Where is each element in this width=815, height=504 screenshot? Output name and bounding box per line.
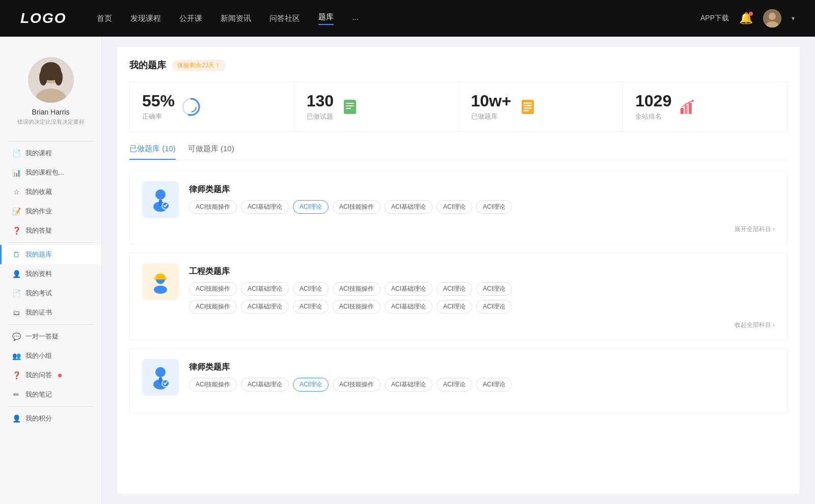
sidebar-item-my-exam[interactable]: 📄 我的考试 — [0, 284, 101, 303]
qbank-engineer-tag-3[interactable]: ACI技能操作 — [333, 282, 381, 296]
qbank-lawyer-2-tag-2[interactable]: ACI理论 — [293, 378, 329, 391]
svg-rect-14 — [346, 105, 354, 106]
qbank-lawyer-1-tag-5[interactable]: ACI理论 — [437, 200, 472, 214]
svg-point-24 — [692, 100, 694, 102]
tab-available-banks[interactable]: 可做题库 (10) — [188, 144, 234, 160]
nav-open-course[interactable]: 公开课 — [179, 14, 202, 23]
qbank-lawyer-1-tag-3[interactable]: ACI技能操作 — [333, 200, 381, 214]
nav-question-bank[interactable]: 题库 — [318, 12, 334, 25]
svg-rect-12 — [344, 100, 356, 114]
qbank-lawyer-1-title: 律师类题库 — [189, 181, 775, 195]
qbank-lawyer-1-tag-1[interactable]: ACI基础理论 — [241, 200, 289, 214]
qbank-lawyer-1-tag-6[interactable]: ACI理论 — [476, 200, 512, 214]
qbank-engineer-tag-8[interactable]: ACI基础理论 — [241, 300, 289, 314]
qbank-lawyer-1-tag-4[interactable]: ACI基础理论 — [385, 200, 432, 214]
qbank-engineer-tag-4[interactable]: ACI基础理论 — [385, 282, 432, 296]
profile-avatar[interactable] — [28, 57, 74, 103]
sidebar-item-my-points[interactable]: 👤 我的积分 — [0, 409, 101, 428]
sidebar-profile: Brian Harris 错误的决定比没有决定要好 — [0, 47, 101, 139]
qbank-lawyer-2-tag-5[interactable]: ACI理论 — [437, 378, 472, 391]
qbank-engineer-tag-12[interactable]: ACI理论 — [437, 300, 472, 314]
stat-banks-done-icon — [519, 98, 537, 116]
nav-menu: 首页 发现课程 公开课 新闻资讯 问答社区 题库 ··· — [97, 12, 700, 25]
nav-qa[interactable]: 问答社区 — [269, 14, 300, 23]
main-inner: 我的题库 体验剩余23天！ 55% 正确率 — [117, 47, 800, 494]
qbank-engineer-tag-11[interactable]: ACI基础理论 — [385, 300, 432, 314]
sidebar-item-my-notes[interactable]: ✏ 我的笔记 — [0, 385, 101, 404]
svg-rect-21 — [681, 108, 684, 114]
qbank-lawyer-2-tag-1[interactable]: ACI基础理论 — [241, 378, 289, 391]
my-group-icon: 👥 — [12, 352, 20, 360]
qbank-lawyer-2-icon-wrap — [142, 359, 179, 396]
qbank-lawyer-2-tag-6[interactable]: ACI理论 — [476, 378, 512, 391]
page-header: 我的题库 体验剩余23天！ — [129, 59, 787, 71]
user-dropdown-arrow[interactable]: ▾ — [792, 15, 795, 22]
sidebar-item-my-courses[interactable]: 📄 我的课程 — [0, 144, 101, 163]
homework-icon: 📝 — [12, 207, 20, 215]
tab-done-banks[interactable]: 已做题库 (10) — [129, 144, 176, 160]
svg-point-30 — [154, 286, 167, 294]
my-notes-icon: ✏ — [12, 390, 20, 399]
sidebar-item-my-data[interactable]: 👤 我的资料 — [0, 264, 101, 284]
svg-point-25 — [155, 189, 166, 200]
my-data-icon: 👤 — [12, 270, 20, 278]
svg-rect-23 — [689, 103, 692, 114]
qbank-engineer-tag-10[interactable]: ACI技能操作 — [333, 300, 381, 314]
main-content: 我的题库 体验剩余23天！ 55% 正确率 — [102, 37, 815, 504]
app-download-link[interactable]: APP下载 — [700, 14, 729, 23]
qbank-lawyer-2-title: 律师类题库 — [189, 359, 775, 373]
qbank-card-engineer: 工程类题库 ACI技能操作 ACI基础理论 ACI理论 ACI技能操作 ACI基… — [129, 253, 787, 340]
nav-home[interactable]: 首页 — [97, 14, 112, 23]
qbank-lawyer-1-expand-btn[interactable]: 展开全部科目 › — [735, 225, 775, 234]
sidebar-item-favorites[interactable]: ☆ 我的收藏 — [0, 182, 101, 202]
svg-rect-22 — [685, 105, 688, 114]
sidebar-item-one-on-one[interactable]: 💬 一对一答疑 — [0, 327, 101, 346]
qbank-engineer-title: 工程类题库 — [189, 263, 775, 277]
sidebar-item-question-bank[interactable]: 🗒 我的题库 — [0, 245, 101, 264]
qbank-engineer-tag-5[interactable]: ACI理论 — [437, 282, 472, 296]
qbank-engineer-tag-0[interactable]: ACI技能操作 — [189, 282, 237, 296]
stat-questions-done-info: 130 已做试题 — [307, 92, 334, 121]
qbank-engineer-tag-2[interactable]: ACI理论 — [293, 282, 329, 296]
my-question-icon: ❓ — [12, 371, 20, 379]
stat-banks-done-value: 10w+ — [471, 92, 511, 110]
stat-accuracy-value: 55% — [142, 92, 175, 110]
qbank-engineer-collapse-btn[interactable]: 收起全部科目 › — [735, 321, 775, 329]
svg-rect-20 — [524, 110, 529, 111]
qbank-lawyer-2-tag-0[interactable]: ACI技能操作 — [189, 378, 237, 391]
nav-discover[interactable]: 发现课程 — [130, 14, 161, 23]
sidebar-divider-2 — [8, 324, 93, 325]
sidebar-item-my-qa[interactable]: ❓ 我的答疑 — [0, 221, 101, 240]
svg-rect-15 — [346, 108, 351, 109]
stat-accuracy: 55% 正确率 — [130, 82, 294, 131]
qbank-engineer-tag-9[interactable]: ACI理论 — [293, 300, 329, 314]
qbank-engineer-tags-row2: ACI技能操作 ACI基础理论 ACI理论 ACI技能操作 ACI基础理论 AC… — [189, 300, 775, 314]
qbank-lawyer-2-tags: ACI技能操作 ACI基础理论 ACI理论 ACI技能操作 ACI基础理论 AC… — [189, 378, 775, 391]
qbank-lawyer-1-tag-2[interactable]: ACI理论 — [293, 200, 329, 214]
my-exam-icon: 📄 — [12, 289, 20, 297]
stat-ranking-value: 1029 — [635, 92, 671, 110]
nav-more[interactable]: ··· — [352, 14, 359, 23]
sidebar-item-homework[interactable]: 📝 我的作业 — [0, 202, 101, 221]
svg-rect-27 — [159, 200, 162, 206]
qbank-engineer-tag-6[interactable]: ACI理论 — [476, 282, 512, 296]
notification-bell[interactable]: 🔔 — [739, 12, 753, 25]
stat-ranking-icon — [678, 98, 697, 116]
qbank-lawyer-2-tag-3[interactable]: ACI技能操作 — [333, 378, 381, 391]
qbank-lawyer-2-tag-4[interactable]: ACI基础理论 — [385, 378, 432, 391]
question-badge — [58, 374, 62, 377]
qbank-lawyer-1-tag-0[interactable]: ACI技能操作 — [189, 200, 237, 214]
stat-ranking-info: 1029 全站排名 — [635, 92, 671, 121]
sidebar-item-certificate[interactable]: 🗂 我的证书 — [0, 303, 101, 322]
qbank-engineer-tag-1[interactable]: ACI基础理论 — [241, 282, 289, 296]
qbank-engineer-tag-13[interactable]: ACI理论 — [476, 300, 512, 314]
qbank-engineer-tag-7[interactable]: ACI技能操作 — [189, 300, 237, 314]
sidebar-item-course-package[interactable]: 📊 我的课程包... — [0, 163, 101, 182]
my-points-icon: 👤 — [12, 414, 20, 423]
user-avatar[interactable] — [763, 9, 781, 27]
nav-news[interactable]: 新闻资讯 — [221, 14, 251, 23]
logo[interactable]: LOGO — [20, 10, 66, 26]
sidebar: Brian Harris 错误的决定比没有决定要好 📄 我的课程 📊 我的课程包… — [0, 37, 102, 504]
sidebar-item-my-question[interactable]: ❓ 我的问答 — [0, 366, 101, 385]
sidebar-item-my-group[interactable]: 👥 我的小组 — [0, 346, 101, 366]
